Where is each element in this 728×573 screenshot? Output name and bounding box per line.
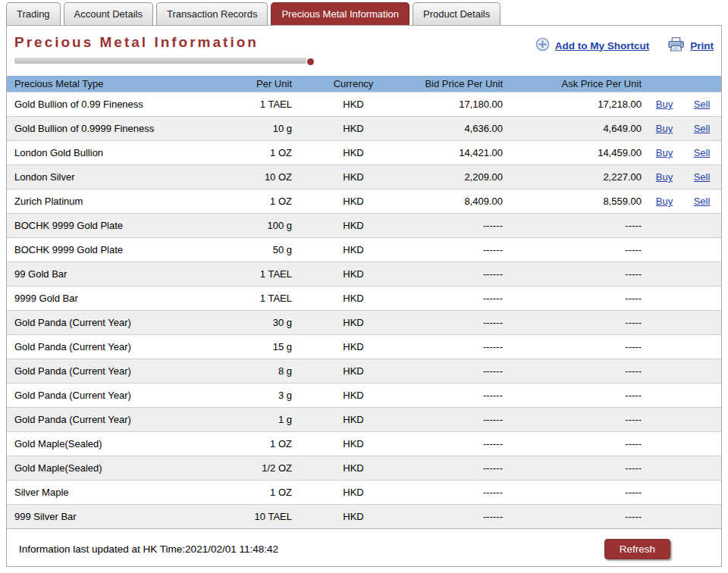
buy-link[interactable]: Buy [656,123,673,134]
print-icon [667,37,685,54]
last-updated-text: Information last updated at HK Time:2021… [19,543,278,555]
sell-link[interactable]: Sell [694,147,711,158]
metal-type-cell: Gold Panda (Current Year) [7,335,227,359]
ask-price-cell: ----- [507,456,646,481]
per-unit-cell: 1 OZ [227,189,297,214]
buy-cell [646,286,682,311]
metal-type-cell: Gold Maple(Sealed) [7,456,227,481]
currency-cell: HKD [297,432,410,456]
buy-link[interactable]: Buy [656,171,673,183]
table-row: Gold Maple(Sealed)1 OZHKD----------- [7,432,721,456]
bid-price-cell: ------ [410,505,507,529]
currency-cell: HKD [297,456,410,481]
bid-price-cell: 2,209.00 [410,165,507,189]
sell-link[interactable]: Sell [694,123,711,134]
table-row: London Silver10 OZHKD2,209.002,227.00Buy… [7,165,721,189]
buy-cell [646,456,682,481]
buy-cell [646,505,682,529]
tab-precious-metal-information[interactable]: Precious Metal Information [271,2,410,25]
tab-transaction-records[interactable]: Transaction Records [156,2,268,25]
per-unit-cell: 1/2 OZ [227,456,297,481]
bid-price-cell: ------ [410,262,507,286]
per-unit-cell: 10 g [227,117,297,141]
add-shortcut-icon [535,37,550,54]
buy-cell [646,432,682,456]
bid-price-cell: 14,421.00 [410,141,507,165]
ask-price-cell: ----- [507,359,646,384]
ask-price-cell: ----- [507,335,646,359]
bid-price-cell: ------ [410,238,507,262]
per-unit-cell: 10 OZ [227,165,297,189]
tab-trading[interactable]: Trading [6,2,61,25]
sell-link[interactable]: Sell [694,99,711,110]
bid-price-cell: ------ [410,456,507,481]
header-sell [682,76,721,92]
header-per-unit: Per Unit [227,76,297,92]
sell-link[interactable]: Sell [694,171,711,183]
add-shortcut-link[interactable]: Add to My Shortcut [555,40,650,52]
currency-cell: HKD [297,189,410,214]
currency-cell: HKD [297,359,410,384]
sell-cell [682,262,721,286]
ask-price-cell: ----- [507,311,646,335]
per-unit-cell: 50 g [227,238,297,262]
page-title: Precious Metal Information [14,34,259,51]
table-row: 9999 Gold Bar1 TAELHKD----------- [7,286,721,311]
buy-cell: Buy [646,117,682,141]
currency-cell: HKD [297,286,410,311]
ask-price-cell: ----- [507,214,646,238]
refresh-button[interactable]: Refresh [604,539,670,559]
sell-cell: Sell [682,92,721,117]
per-unit-cell: 8 g [227,359,297,384]
ask-price-cell: 17,218.00 [507,92,646,117]
buy-cell: Buy [646,189,682,214]
tab-product-details[interactable]: Product Details [413,2,500,25]
sell-cell: Sell [682,141,721,165]
metal-table-body: Gold Bullion of 0.99 Fineness1 TAELHKD17… [7,92,721,529]
currency-cell: HKD [297,335,410,359]
currency-cell: HKD [297,262,410,286]
buy-cell [646,238,682,262]
metal-type-cell: 9999 Gold Bar [7,286,227,311]
content-panel: Precious Metal Information Add to My Sho… [6,25,722,567]
currency-cell: HKD [297,311,410,335]
print-link[interactable]: Print [690,40,714,52]
table-row: Silver Maple1 OZHKD----------- [7,481,721,505]
bid-price-cell: ------ [410,214,507,238]
table-row: Gold Panda (Current Year)1 gHKD---------… [7,408,721,432]
per-unit-cell: 10 TAEL [227,505,297,529]
sell-cell [682,214,721,238]
table-row: London Gold Bullion1 OZHKD14,421.0014,45… [7,141,721,165]
bid-price-cell: 4,636.00 [410,117,507,141]
table-row: 99 Gold Bar1 TAELHKD----------- [7,262,721,286]
bid-price-cell: ------ [410,481,507,505]
buy-link[interactable]: Buy [656,99,673,110]
per-unit-cell: 1 TAEL [227,92,297,117]
sell-cell [682,481,721,505]
buy-link[interactable]: Buy [656,147,673,158]
sell-cell [682,335,721,359]
title-underline-bar [14,58,306,64]
currency-cell: HKD [297,505,410,529]
header-buy [646,76,682,92]
bid-price-cell: ------ [410,408,507,432]
ask-price-cell: ----- [507,238,646,262]
sell-link[interactable]: Sell [694,196,711,207]
sell-cell [682,286,721,311]
tab-bar: TradingAccount DetailsTransaction Record… [0,0,728,25]
table-row: Gold Bullion of 0.99 Fineness1 TAELHKD17… [7,92,721,117]
buy-cell [646,335,682,359]
header-bid-price: Bid Price Per Unit [410,76,507,92]
header-ask-price: Ask Price Per Unit [507,76,646,92]
tab-account-details[interactable]: Account Details [64,2,153,25]
metal-type-cell: 999 Silver Bar [7,505,227,529]
sell-cell [682,384,721,408]
bid-price-cell: 17,180.00 [410,92,507,117]
buy-link[interactable]: Buy [656,196,673,207]
bid-price-cell: ------ [410,359,507,384]
table-row: Gold Maple(Sealed)1/2 OZHKD----------- [7,456,721,481]
sell-cell [682,311,721,335]
ask-price-cell: 14,459.00 [507,141,646,165]
metal-type-cell: Gold Panda (Current Year) [7,384,227,408]
sell-cell: Sell [682,117,721,141]
